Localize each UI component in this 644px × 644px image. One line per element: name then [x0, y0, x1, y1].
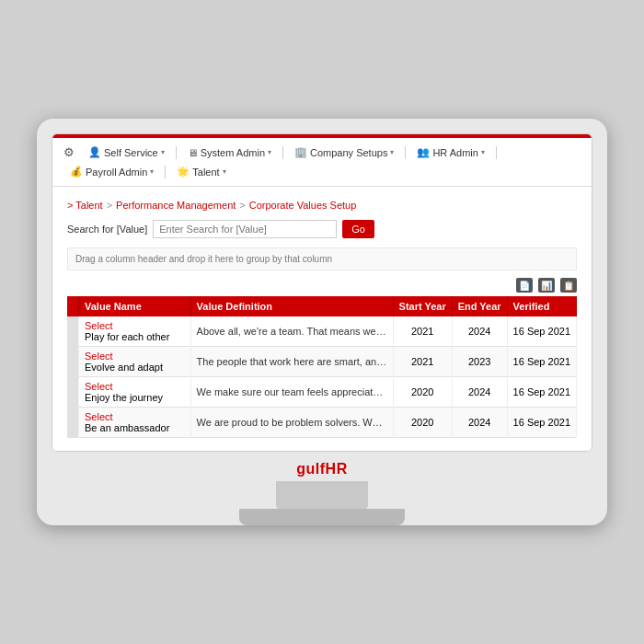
search-row: Search for [Value] Go	[67, 220, 577, 238]
data-table: Value Name Value Definition Start Year E…	[67, 296, 577, 438]
chevron-down-icon: ▾	[390, 148, 394, 156]
search-button[interactable]: Go	[342, 220, 374, 238]
drag-hint: Drag a column header and drop it here to…	[67, 247, 577, 270]
table-row: Select Be an ambassador We are proud to …	[67, 408, 577, 438]
row-select-cell: Select Play for each other	[79, 316, 191, 347]
nav-divider-5	[165, 166, 166, 178]
table-row: Select Enjoy the journey We make sure ou…	[67, 377, 577, 408]
row-start-year: 2021	[393, 316, 452, 347]
breadcrumb-sep-2: >	[239, 200, 245, 211]
row-verified: 16 Sep 2021	[507, 347, 576, 377]
row-verified: 16 Sep 2021	[507, 377, 576, 408]
breadcrumb-item-talent[interactable]: > Talent	[67, 200, 103, 211]
row-end-year: 2023	[452, 347, 507, 377]
row-start-year: 2020	[393, 377, 452, 408]
row-value-def: The people that work here are smart, and…	[190, 347, 393, 377]
row-indicator	[67, 347, 79, 377]
row-select-cell: Select Be an ambassador	[79, 408, 191, 438]
screen: ⚙ 👤 Self Service ▾ 🖥 System Admin ▾ 🏢 Co…	[52, 133, 592, 452]
row-value-name: Be an ambassador	[85, 422, 169, 433]
row-select-cell: Select Enjoy the journey	[79, 377, 191, 408]
breadcrumb-sep-1: >	[107, 200, 112, 211]
payroll-admin-icon: 💰	[70, 166, 83, 178]
nav-talent-label: Talent	[192, 167, 219, 178]
self-service-icon: 👤	[88, 146, 101, 158]
monitor-bottom: gulfHR	[52, 452, 592, 525]
search-label: Search for [Value]	[67, 224, 147, 235]
breadcrumb-item-perf-mgmt[interactable]: Performance Management	[116, 200, 236, 211]
table-row: Select Evolve and adapt The people that …	[67, 347, 577, 377]
nav-talent[interactable]: 🌟 Talent ▾	[170, 163, 232, 180]
system-admin-icon: 🖥	[188, 147, 198, 158]
table-header-checkbox	[67, 296, 79, 316]
nav-payroll-admin-label: Payroll Admin	[86, 167, 147, 178]
nav-self-service[interactable]: 👤 Self Service ▾	[82, 144, 171, 161]
table-header-value-def: Value Definition	[190, 296, 393, 316]
talent-icon: 🌟	[177, 166, 190, 178]
content-area: > Talent > Performance Management > Corp…	[52, 187, 592, 451]
select-link[interactable]: Select	[85, 320, 113, 331]
search-input[interactable]	[153, 220, 337, 238]
table-header-end-year: End Year	[452, 296, 507, 316]
select-link[interactable]: Select	[85, 381, 113, 392]
monitor-stand-base	[239, 509, 405, 525]
nav-self-service-label: Self Service	[104, 147, 158, 158]
nav-hr-admin-label: HR Admin	[432, 147, 478, 158]
row-value-def: We make sure our team feels appreciated …	[190, 377, 393, 408]
brand-label: gulfHR	[296, 461, 347, 477]
monitor-stand-neck	[276, 481, 368, 509]
row-indicator	[67, 377, 79, 408]
nav-bar: ⚙ 👤 Self Service ▾ 🖥 System Admin ▾ 🏢 Co…	[52, 138, 592, 187]
nav-hr-admin[interactable]: 👥 HR Admin ▾	[410, 144, 491, 161]
row-indicator	[67, 316, 79, 347]
row-value-def: Above all, we're a team. That means we s…	[190, 316, 393, 347]
nav-divider-1	[176, 146, 177, 159]
nav-divider-2	[282, 146, 283, 159]
nav-divider-3	[405, 146, 406, 159]
row-indicator	[67, 408, 79, 438]
breadcrumb-item-corporate[interactable]: Corporate Values Setup	[249, 200, 357, 211]
row-start-year: 2020	[393, 408, 452, 438]
copy-icon[interactable]: 📋	[560, 278, 577, 293]
row-verified: 16 Sep 2021	[507, 316, 576, 347]
export-excel-icon[interactable]: 📊	[538, 278, 555, 293]
select-link[interactable]: Select	[85, 351, 113, 362]
monitor-frame: ⚙ 👤 Self Service ▾ 🖥 System Admin ▾ 🏢 Co…	[37, 119, 607, 525]
hr-admin-icon: 👥	[417, 146, 430, 158]
table-header-verified: Verified	[507, 296, 576, 316]
row-start-year: 2021	[393, 347, 452, 377]
settings-icon[interactable]: ⚙	[63, 145, 75, 159]
nav-divider-4	[496, 146, 497, 159]
row-value-name: Play for each other	[85, 331, 169, 342]
row-end-year: 2024	[452, 408, 507, 438]
nav-system-admin-label: System Admin	[201, 147, 265, 158]
chevron-down-icon: ▾	[161, 148, 165, 156]
table-header-value-name: Value Name	[79, 296, 191, 316]
brand-suffix: HR	[326, 461, 348, 477]
toolbar-icons: 📄 📊 📋	[67, 278, 577, 293]
company-setups-icon: 🏢	[294, 146, 307, 158]
breadcrumb: > Talent > Performance Management > Corp…	[67, 200, 577, 211]
export-pdf-icon[interactable]: 📄	[516, 278, 533, 293]
chevron-down-icon: ▾	[223, 167, 226, 176]
table-header-start-year: Start Year	[393, 296, 452, 316]
select-link[interactable]: Select	[85, 411, 113, 422]
chevron-down-icon: ▾	[268, 148, 271, 156]
table-row: Select Play for each other Above all, we…	[67, 316, 577, 347]
chevron-down-icon: ▾	[150, 167, 154, 176]
row-verified: 16 Sep 2021	[507, 408, 576, 438]
row-value-def: We are proud to be problem solvers. We l…	[190, 408, 393, 438]
row-value-name: Enjoy the journey	[85, 392, 163, 403]
chevron-down-icon: ▾	[481, 148, 485, 156]
row-select-cell: Select Evolve and adapt	[79, 347, 191, 377]
nav-system-admin[interactable]: 🖥 System Admin ▾	[181, 144, 278, 161]
row-end-year: 2024	[452, 316, 507, 347]
nav-company-setups-label: Company Setups	[310, 147, 387, 158]
row-end-year: 2024	[452, 377, 507, 408]
nav-company-setups[interactable]: 🏢 Company Setups ▾	[288, 144, 400, 161]
row-value-name: Evolve and adapt	[85, 362, 163, 373]
nav-payroll-admin[interactable]: 💰 Payroll Admin ▾	[63, 163, 160, 180]
brand-prefix: gulf	[296, 461, 325, 477]
